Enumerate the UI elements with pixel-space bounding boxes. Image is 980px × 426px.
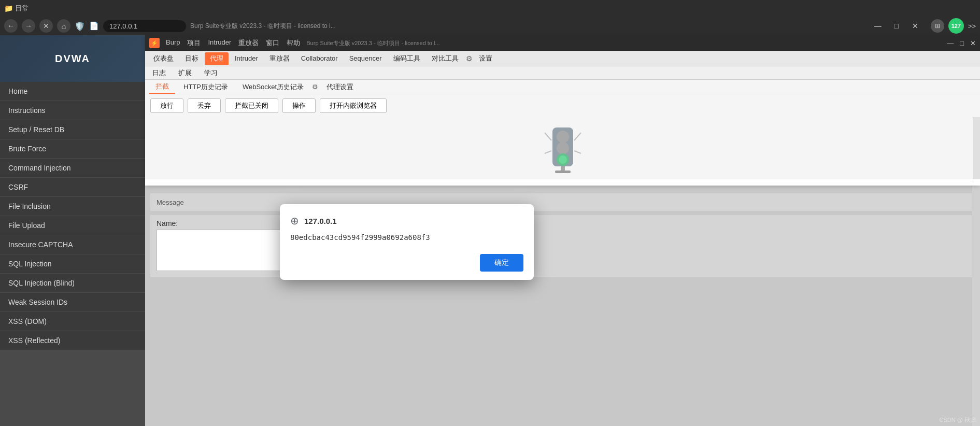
svg-line-9 <box>574 133 581 140</box>
dvwa-logo-area: DVWA <box>0 35 145 82</box>
traffic-light-icon <box>542 122 584 174</box>
alert-dialog-body: 80edcbac43cd9594f2999a0692a608f3 <box>280 231 534 250</box>
proxy-toolbar: 放行 丢弃 拦截已关闭 操作 打开内嵌浏览器 <box>145 94 980 117</box>
nav-file-upload[interactable]: File Upload <box>0 216 145 235</box>
burp-minimize-btn[interactable]: — <box>947 39 954 47</box>
alert-confirm-button[interactable]: 确定 <box>480 254 523 272</box>
nav-instructions[interactable]: Instructions <box>0 101 145 120</box>
burp-tabs-row2: 日志 扩展 学习 <box>145 66 980 80</box>
svg-point-1 <box>557 131 569 143</box>
tab-sequencer[interactable]: Sequencer <box>344 53 387 64</box>
tab-encoder[interactable]: 编码工具 <box>388 52 425 65</box>
tab-log[interactable]: 日志 <box>148 67 170 79</box>
browser-avatar[interactable]: 127 <box>948 18 964 34</box>
svg-line-10 <box>574 151 581 153</box>
tab-dashboard[interactable]: 仪表盘 <box>148 52 179 65</box>
alert-dialog-header: ⊕ 127.0.0.1 <box>280 204 534 231</box>
alert-hash-value: 80edcbac43cd9594f2999a0692a608f3 <box>290 233 523 242</box>
drop-btn[interactable]: 丢弃 <box>188 98 221 113</box>
tab-settings[interactable]: 设置 <box>474 52 498 65</box>
burp-window-title: Burp Suite专业版 v2023.3 - 临时项目 - licensed … <box>190 22 867 31</box>
minimize-button[interactable]: — <box>871 20 885 32</box>
folder-icon: 📁 日常 <box>4 4 29 13</box>
message-label: Message <box>157 198 184 206</box>
back-button[interactable]: ← <box>4 19 18 33</box>
nav-home[interactable]: Home <box>0 82 145 101</box>
globe-icon: ⊕ <box>290 215 299 227</box>
nav-xss-dom[interactable]: XSS (DOM) <box>0 312 145 331</box>
tab-collaborator[interactable]: Collaborator <box>296 53 343 64</box>
burp-logo: ⚡ <box>149 38 160 48</box>
dvwa-sidebar: DVWA Home Instructions Setup / Reset DB … <box>0 35 145 426</box>
action-btn[interactable]: 操作 <box>282 98 316 113</box>
svg-line-8 <box>545 151 551 153</box>
name-section: Name: <box>150 215 975 277</box>
nav-csrf[interactable]: CSRF <box>0 178 145 197</box>
close-window-button[interactable]: ✕ <box>908 20 922 32</box>
address-bar[interactable]: 127.0.0.1 <box>103 20 186 32</box>
alert-dialog: ⊕ 127.0.0.1 80edcbac43cd9594f2999a0692a6… <box>280 204 534 280</box>
svg-point-2 <box>557 142 569 154</box>
nav-setup-reset[interactable]: Setup / Reset DB <box>0 120 145 139</box>
svg-point-4 <box>559 155 567 164</box>
subtab-intercept[interactable]: 拦截 <box>149 80 175 94</box>
svg-rect-6 <box>555 171 571 173</box>
nav-sql-injection-blind[interactable]: SQL Injection (Blind) <box>0 274 145 293</box>
nav-weak-session-ids[interactable]: Weak Session IDs <box>0 293 145 312</box>
gear-icon[interactable]: ⚙ <box>466 54 473 63</box>
nav-file-inclusion[interactable]: File Inclusion <box>0 197 145 216</box>
tab-compare[interactable]: 对比工具 <box>427 52 464 65</box>
dvwa-nav: Home Instructions Setup / Reset DB Brute… <box>0 82 145 350</box>
tab-learn[interactable]: 学习 <box>200 67 222 79</box>
burp-title-text: Burp Suite专业版 v2023.3 - 临时项目 - licensed … <box>306 39 941 47</box>
burp-menu-help[interactable]: 帮助 <box>287 38 300 48</box>
subtab-websocket[interactable]: WebSocket历史记录 <box>236 81 310 93</box>
message-section: Message <box>150 193 975 211</box>
burp-menu-burp[interactable]: Burp <box>166 38 180 48</box>
nav-command-injection[interactable]: Command Injection <box>0 159 145 178</box>
tab-target[interactable]: 目标 <box>180 52 204 65</box>
nav-brute-force[interactable]: Brute Force <box>0 139 145 159</box>
burp-menu-project[interactable]: 项目 <box>187 38 201 48</box>
burp-menu-intruder[interactable]: Intruder <box>208 38 231 48</box>
subtab-proxy-settings[interactable]: 代理设置 <box>320 81 360 93</box>
tab-proxy[interactable]: 代理 <box>205 52 229 65</box>
more-icon[interactable]: >> <box>968 22 976 30</box>
alert-ip-address: 127.0.0.1 <box>304 217 337 225</box>
burp-suite-panel: ⚡ Burp 项目 Intruder 重放器 窗口 帮助 Burp Suite专… <box>145 35 980 186</box>
burp-title-bar: ⚡ Burp 项目 Intruder 重放器 窗口 帮助 Burp Suite专… <box>145 35 980 51</box>
svg-line-7 <box>545 133 551 140</box>
tab-repeater[interactable]: 重放器 <box>264 52 295 65</box>
burp-menu-window[interactable]: 窗口 <box>266 38 279 48</box>
shield-icon: 🛡️ <box>75 21 85 31</box>
browser-window: ← → ✕ ⌂ 🛡️ 📄 127.0.0.1 Burp Suite专业版 v20… <box>0 17 980 426</box>
burp-maximize-btn[interactable]: □ <box>960 39 964 47</box>
proxy-subtabs: 拦截 HTTP历史记录 WebSocket历史记录 ⚙ 代理设置 <box>145 80 980 94</box>
open-browser-btn[interactable]: 打开内嵌浏览器 <box>320 98 387 113</box>
forward-button[interactable]: → <box>22 19 35 33</box>
close-tab-button[interactable]: ✕ <box>39 19 53 33</box>
nav-insecure-captcha[interactable]: Insecure CAPTCHA <box>0 235 145 254</box>
tab-icon: 📄 <box>89 21 99 31</box>
tab-intruder[interactable]: Intruder <box>230 53 263 64</box>
watermark: CSDN @ 秋归 <box>940 416 976 424</box>
browser-title-bar: ← → ✕ ⌂ 🛡️ 📄 127.0.0.1 Burp Suite专业版 v20… <box>0 17 980 35</box>
home-button[interactable]: ⌂ <box>57 19 70 33</box>
forward-btn[interactable]: 放行 <box>150 98 183 113</box>
burp-menu-repeater[interactable]: 重放器 <box>238 38 259 48</box>
subtab-http-history[interactable]: HTTP历史记录 <box>177 81 234 93</box>
tab-extensions[interactable]: 扩展 <box>174 67 196 79</box>
traffic-light-area <box>145 117 980 179</box>
nav-xss-reflected[interactable]: XSS (Reflected) <box>0 331 145 350</box>
subtab-settings-icon: ⚙ <box>312 83 318 91</box>
nav-sql-injection[interactable]: SQL Injection <box>0 254 145 274</box>
name-label: Name: <box>157 219 969 228</box>
alert-dialog-footer: 确定 <box>280 250 534 280</box>
intercept-off-btn[interactable]: 拦截已关闭 <box>225 98 278 113</box>
burp-close-btn[interactable]: ✕ <box>970 39 976 47</box>
burp-tabs-row: 仪表盘 目标 代理 Intruder 重放器 Collaborator Sequ… <box>145 51 980 66</box>
burp-menu: Burp 项目 Intruder 重放器 窗口 帮助 <box>166 38 300 48</box>
browser-extensions-icon[interactable]: ⊞ <box>931 19 944 33</box>
maximize-button[interactable]: □ <box>889 20 904 32</box>
